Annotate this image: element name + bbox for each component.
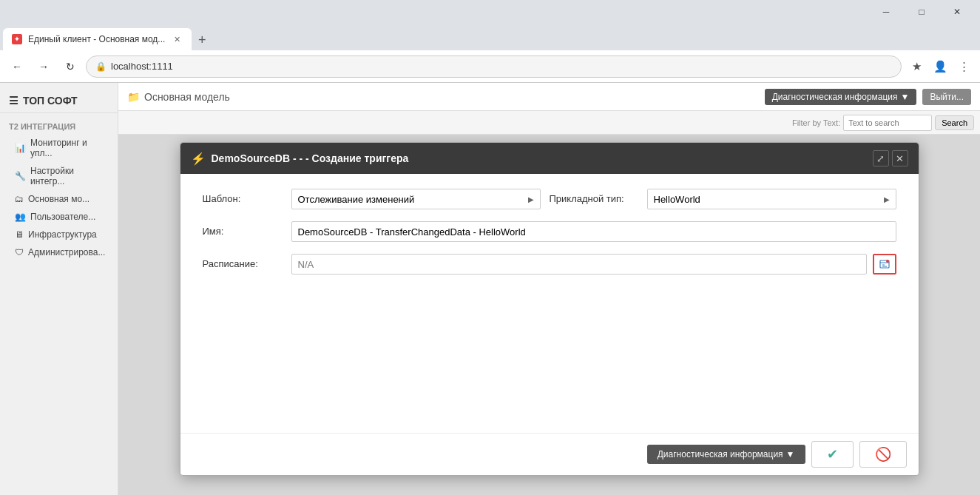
sidebar-item-users[interactable]: 👥 Пользователе... — [0, 208, 118, 226]
applied-type-label: Прикладной тип: — [550, 189, 638, 209]
lock-icon: 🔒 — [95, 61, 107, 72]
sidebar-item-label: Пользователе... — [30, 212, 95, 222]
footer-cancel-button[interactable]: 🚫 — [859, 441, 907, 468]
back-button[interactable]: ← — [6, 55, 28, 78]
sidebar-item-label: Инфраструктура — [28, 229, 97, 240]
settings-icon: 🔧 — [15, 171, 26, 181]
minimize-button[interactable]: ─ — [869, 0, 903, 24]
infra-icon: 🖥 — [15, 229, 24, 240]
menu-icon[interactable]: ⋮ — [953, 56, 974, 77]
dialog-title-icon: ⚡ — [191, 152, 206, 166]
name-input[interactable] — [291, 221, 896, 242]
bookmark-icon[interactable]: ★ — [906, 56, 927, 77]
sidebar-item-monitoring[interactable]: 📊 Мониторинг и упл... — [0, 134, 118, 162]
footer-diag-arrow: ▼ — [786, 449, 795, 459]
schedule-input[interactable] — [291, 254, 867, 275]
dialog-close-button[interactable]: ✕ — [892, 150, 908, 166]
ok-icon: ✔ — [827, 446, 838, 462]
form-row-schedule: Расписание: — [203, 254, 896, 275]
monitoring-icon: 📊 — [15, 143, 26, 153]
tab-favicon: ✦ — [12, 34, 22, 44]
footer-diag-label: Диагностическая информация — [658, 449, 783, 459]
users-icon: 👥 — [15, 212, 26, 222]
sidebar-section: Т2 Интеграция 📊 Мониторинг и упл... 🔧 На… — [0, 116, 118, 264]
dialog-title: DemoSourceDB - - - Создание триггера — [212, 152, 867, 164]
folder-icon: 📁 — [127, 91, 140, 103]
tab-title: Единый клиент - Основная мод... — [28, 34, 165, 44]
profile-icon[interactable]: 👤 — [930, 56, 950, 77]
filter-label: Filter by Text: — [792, 118, 840, 127]
address-field[interactable]: 🔒 localhost:1111 — [86, 55, 902, 78]
app-header: 📁 Основная модель Диагностическая информ… — [118, 83, 980, 111]
diag-button-label: Диагностическая информация — [772, 92, 898, 102]
tab-close-button[interactable]: ✕ — [171, 33, 183, 45]
schedule-edit-button[interactable] — [873, 254, 896, 275]
page-area: ⚡ DemoSourceDB - - - Создание триггера ⤢… — [118, 135, 980, 495]
form-row-template: Шаблон: Отслеживание изменений ▶ Приклад… — [203, 189, 896, 209]
filter-input[interactable] — [843, 115, 932, 131]
dialog-overlay: ⚡ DemoSourceDB - - - Создание триггера ⤢… — [118, 135, 980, 495]
url-text: localhost:1111 — [111, 61, 173, 72]
applied-type-arrow: ▶ — [884, 195, 890, 203]
template-value: Отслеживание изменений — [298, 194, 415, 205]
dialog-expand-button[interactable]: ⤢ — [873, 150, 889, 166]
applied-type-select[interactable]: HelloWorld ▶ — [647, 189, 896, 209]
sidebar-item-admin[interactable]: 🛡 Администрирова... — [0, 243, 118, 261]
footer-ok-button[interactable]: ✔ — [811, 441, 854, 468]
sidebar-item-model[interactable]: 🗂 Основная мо... — [0, 190, 118, 208]
admin-icon: 🛡 — [15, 247, 24, 257]
diagnostic-button[interactable]: Диагностическая информация ▼ — [765, 89, 917, 105]
search-button[interactable]: Search — [935, 115, 974, 130]
dialog: ⚡ DemoSourceDB - - - Создание триггера ⤢… — [180, 142, 919, 476]
cancel-icon: 🚫 — [875, 446, 891, 462]
template-arrow: ▶ — [528, 195, 534, 203]
close-button[interactable]: ✕ — [940, 0, 974, 24]
sidebar-item-label: Настройки интегр... — [30, 166, 109, 186]
model-icon: 🗂 — [15, 194, 24, 204]
sidebar: ☰ ТОП СОФТ Т2 Интеграция 📊 Мониторинг и … — [0, 83, 118, 495]
restore-button[interactable]: □ — [905, 0, 939, 24]
applied-type-value: HelloWorld — [654, 194, 700, 205]
header-title-text: Основная модель — [144, 91, 230, 103]
forward-button[interactable]: → — [33, 55, 55, 78]
footer-diagnostic-button[interactable]: Диагностическая информация ▼ — [647, 445, 805, 464]
dialog-body: Шаблон: Отслеживание изменений ▶ Приклад… — [180, 174, 919, 433]
sidebar-brand: ☰ ТОП СОФТ — [0, 89, 118, 113]
sidebar-item-label: Администрирова... — [28, 247, 105, 257]
svg-point-4 — [886, 260, 889, 263]
logout-button[interactable]: Выйти... — [922, 89, 971, 105]
sidebar-item-infra[interactable]: 🖥 Инфраструктура — [0, 226, 118, 243]
schedule-label: Расписание: — [203, 254, 291, 269]
name-label: Имя: — [203, 221, 291, 237]
sidebar-section-title: Т2 Интеграция — [0, 119, 118, 134]
reload-button[interactable]: ↻ — [59, 55, 81, 78]
app-title: 📁 Основная модель — [127, 91, 230, 103]
toolbar: Filter by Text: Search — [118, 111, 980, 135]
dialog-footer: Диагностическая информация ▼ ✔ 🚫 — [180, 433, 919, 475]
sidebar-item-settings[interactable]: 🔧 Настройки интегр... — [0, 162, 118, 190]
template-select[interactable]: Отслеживание изменений ▶ — [291, 189, 541, 209]
form-row-name: Имя: — [203, 221, 896, 242]
sidebar-item-label: Основная мо... — [28, 194, 89, 204]
dialog-header: ⚡ DemoSourceDB - - - Создание триггера ⤢… — [180, 143, 919, 174]
new-tab-button[interactable]: + — [192, 30, 212, 50]
template-label: Шаблон: — [203, 189, 291, 204]
main-content: 📁 Основная модель Диагностическая информ… — [118, 83, 980, 495]
sidebar-item-label: Мониторинг и упл... — [30, 138, 109, 158]
hamburger-icon[interactable]: ☰ — [9, 95, 18, 107]
diag-dropdown-arrow: ▼ — [901, 92, 910, 102]
browser-tab[interactable]: ✦ Единый клиент - Основная мод... ✕ — [3, 28, 192, 50]
